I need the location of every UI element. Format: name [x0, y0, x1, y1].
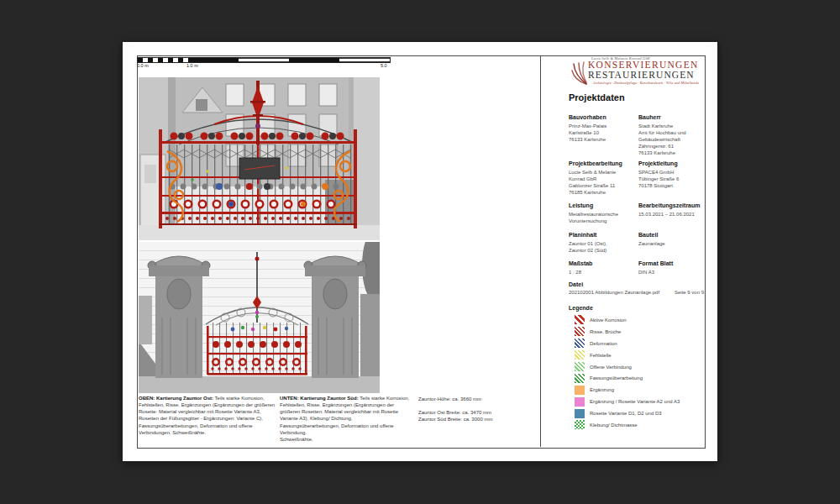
scale-label-1: 1.0 m — [186, 63, 198, 68]
logo-tagline: Archäologie · Denkmalpflege · Kunsthandw… — [588, 81, 704, 85]
field-planinhalt: Planinhalt Zauntor 01 (Ost), Zauntor 02 … — [569, 232, 636, 254]
field-massstab: Maßstab 1 : 28 — [569, 260, 636, 276]
legend-title: Legende — [569, 305, 704, 311]
caption-sued-lead: UNTEN: Kartierung Zauntor Süd: — [280, 396, 359, 401]
legend-swatch-fehlstelle — [575, 350, 585, 360]
field-bauteil: Bauteil Zaunanlage — [638, 232, 705, 247]
legend-item: Offene Verbindung — [569, 361, 704, 373]
caption-sued-body: Teils starke Korrosion, Fehlstellen, Ris… — [280, 396, 409, 442]
legend-swatch-ergaenzung — [575, 386, 585, 395]
logo-line-restaurierungen: RESTAURIERUNGEN — [588, 71, 704, 81]
legend-swatch-aktive-korrosion — [575, 315, 585, 324]
zauntor-ost-photo — [139, 77, 380, 240]
legend-item: Fehlstelle — [569, 349, 704, 361]
legend-item: Ergänzung / Rosette Variante A2 und A3 — [569, 396, 704, 407]
legend-item: Rosette Variante D1, D2 und D3 — [569, 407, 704, 419]
plan-sheet: 0.0 m 1.0 m 5.0 — [123, 42, 717, 461]
field-leistung: Leistung Metallrestauratorische Vorunter… — [569, 202, 636, 224]
field-datei: Datei 202102001 Abbildungen Zaunanlage.p… — [569, 281, 704, 295]
caption-zauntor-ost: OBEN: Kartierung Zauntor Ost: Teils star… — [139, 395, 276, 436]
legend-swatch-deformation — [575, 339, 585, 348]
legend-item: Deformation — [569, 338, 704, 349]
field-format-blatt: Format Blatt DIN A3 — [638, 260, 705, 276]
field-bearbeitungszeitraum: Bearbeitungszeitraum 15.03.2021 – 21.06.… — [638, 202, 705, 218]
zauntor-sued-photo — [139, 242, 380, 393]
datei-filename: 202102001 Abbildungen Zaunanlage.pdf — [569, 290, 659, 295]
caption-zauntor-sued: UNTEN: Kartierung Zauntor Süd: Teils sta… — [280, 395, 412, 443]
caption-ost-lead: OBEN: Kartierung Zauntor Ost: — [139, 396, 213, 401]
legend-swatch-offene-verbindung — [575, 362, 585, 371]
legend-item: Klebung/ Dichtmasse — [569, 419, 704, 431]
scale-bar — [137, 57, 391, 63]
legend-swatch-risse-brueche — [575, 327, 585, 336]
caption-dimensions: Zauntor-Höhe: ca. 3660 mm Zauntor Ost Br… — [418, 396, 529, 423]
legend-item: Aktive Korrosion — [569, 314, 704, 326]
caption-ost-body: Teils starke Korrosion, Fehlstellen, Ris… — [139, 396, 275, 435]
scale-bar-fine-segment — [138, 58, 188, 62]
feather-icon — [571, 60, 588, 86]
legend: Legende Aktive Korrosion Risse, Brüche D… — [569, 305, 704, 431]
legend-swatch-klebung-dichtmasse — [575, 420, 585, 429]
logo-line-konservierungen: KONSERVIERUNGEN — [588, 60, 704, 71]
company-logo: Lucie Selb & Melanie Konrad GbR KONSERVI… — [571, 56, 704, 86]
titleblock-divider — [540, 55, 541, 447]
scale-label-5: 5.0 — [381, 63, 387, 68]
field-bauvorhaben: Bauvorhaben Prinz-Max-Palais Karlstraße … — [569, 114, 636, 143]
projektdaten-title: Projektdaten — [569, 92, 625, 102]
page-number: Seite 9 von 9 — [675, 290, 704, 295]
scale-label-0: 0.0 m — [137, 63, 149, 68]
legend-item: Risse, Brüche — [569, 326, 704, 338]
field-projektleitung: Projektleitung SPACE4 GmbH Tübinger Stra… — [638, 160, 705, 189]
legend-swatch-rosette-d — [575, 409, 585, 418]
legend-swatch-ergaenzung-rosette-a — [575, 397, 585, 407]
field-projektbearbeitung: Projektbearbeitung Lucie Selb & Melanie … — [569, 160, 636, 196]
legend-item: Ergänzung — [569, 384, 704, 396]
legend-item: Fassungsüberarbeitung — [569, 372, 704, 384]
viewer-background: 0.0 m 1.0 m 5.0 — [0, 0, 840, 504]
field-bauherr: Bauherr Stadt Karlsruhe Amt für Hochbau … — [638, 114, 705, 156]
legend-swatch-fassungsueberarbeitung — [575, 374, 585, 383]
